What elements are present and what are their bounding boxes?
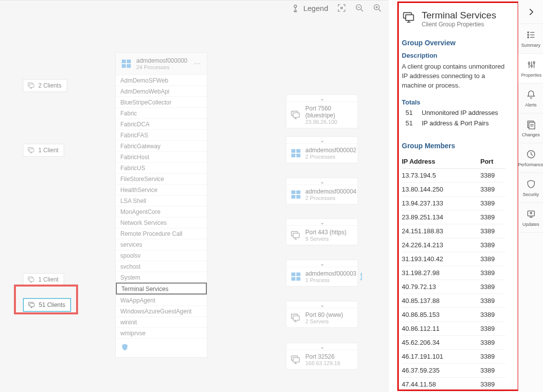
chevron-down-icon[interactable]: ⌄ [286,95,358,102]
process-row[interactable]: FabricHost [116,151,207,162]
table-row[interactable]: 24.151.188.833389 [402,224,505,238]
machine-node[interactable]: ⌄admdemosf0000022 Processes [286,136,358,163]
process-row[interactable]: FileStoreService [116,173,207,184]
process-row[interactable]: LSA Shell [116,195,207,206]
table-row[interactable]: 31.198.27.983389 [402,266,505,280]
svg-point-54 [527,36,529,38]
panel-title: Terminal Services [422,10,496,21]
updates-icon [526,209,536,220]
machine-menu-icon[interactable]: ⋯ [194,60,202,68]
svg-rect-42 [291,273,295,276]
table-row[interactable]: 24.226.14.2133389 [402,238,505,252]
machine-node[interactable]: ⌄admdemosf0000042 Processes [286,178,358,204]
fit-button[interactable] [337,3,346,12]
table-row[interactable]: 13.94.237.1333389 [402,196,505,210]
process-row[interactable]: AdmDemoWebApi [116,86,207,97]
table-row[interactable]: 13.73.194.53389 [402,168,505,182]
rail-tab-alerts[interactable]: Alerts [519,84,543,113]
totals-label: Totals [402,98,505,106]
table-row[interactable]: 46.17.191.1013389 [402,349,505,363]
svg-point-56 [531,65,532,66]
rail-tab-updates[interactable]: Updates [519,203,543,233]
process-row[interactable]: HealthService [116,184,207,195]
process-row[interactable]: wininit [116,316,207,327]
panel-subtitle: Client Group Properties [422,21,496,28]
table-row[interactable]: 40.85.137.883389 [402,294,505,307]
properties-icon [527,60,537,71]
svg-rect-29 [127,64,131,68]
rail-tab-changes[interactable]: Changes [519,113,543,143]
machine-header[interactable]: admdemosf000000 24 Processes ⋯ [116,53,207,75]
process-row[interactable]: spoolsv [116,250,207,261]
cell-port: 3389 [480,307,505,321]
cell-ip: 45.62.206.34 [402,335,480,349]
process-row[interactable]: services [116,239,207,250]
process-row[interactable]: Network Services [116,217,207,228]
map-canvas[interactable]: Legend 2 Clients1 Client1 Client51 Clien… [0,0,389,392]
table-row[interactable]: 40.86.85.1533389 [402,307,505,321]
zoom-out-icon [355,3,364,12]
chevron-down-icon[interactable]: ⌄ [286,219,358,226]
cell-port: 3389 [480,349,505,363]
process-row[interactable]: WindowsAzureGuestAgent [116,305,207,316]
table-row[interactable]: 46.37.59.2353389 [402,363,505,377]
cell-port: 3389 [480,168,505,182]
process-row[interactable]: svchost [116,261,207,272]
table-row[interactable]: 40.79.72.133389 [402,280,505,294]
chevron-down-icon[interactable]: ⌄ [286,137,358,144]
process-row[interactable]: wmiprvse [116,327,207,338]
client-pill[interactable]: 1 Client [23,144,64,157]
chevron-down-icon[interactable]: ⌄ [286,178,358,185]
table-row[interactable]: 40.86.112.113389 [402,321,505,335]
client-pill[interactable]: 2 Clients [23,79,67,92]
port-node[interactable]: ⌄Port 80 (www)2 Servers [286,301,358,328]
chevron-down-icon[interactable]: ⌄ [286,260,358,267]
table-row[interactable]: 45.62.206.343389 [402,335,505,349]
fit-icon [337,3,346,12]
port-node[interactable]: ⌄Port 443 (https)9 Servers [286,218,358,245]
chevron-down-icon[interactable]: ⌄ [286,301,358,308]
group-overview-heading: Group Overview [402,39,505,47]
process-row[interactable]: Remote Procedure Call [116,228,207,239]
zoom-out-button[interactable] [355,3,364,12]
process-row[interactable]: FabricDCA [116,118,207,129]
machine-card[interactable]: admdemosf000000 24 Processes ⋯ AdmDemoSF… [115,52,207,358]
info-icon[interactable]: i [361,273,362,281]
table-row[interactable]: 13.80.144.2503389 [402,182,505,196]
chevron-down-icon[interactable]: ⌄ [286,343,358,350]
process-row[interactable]: AdmDemoSFWeb [116,75,207,86]
node-sub: 23.96.26.100 [305,119,354,125]
process-row[interactable]: FabricGateway [116,140,207,151]
svg-rect-36 [291,191,295,194]
process-row[interactable]: FabricUS [116,162,207,173]
cell-port: 3389 [480,196,505,210]
rail-tab-security[interactable]: Security [519,173,543,203]
process-row[interactable]: BlueStripeCollector [116,97,207,107]
process-row[interactable]: WaAppAgent [116,294,207,305]
table-row[interactable]: 31.193.140.423389 [402,252,505,266]
cell-ip: 47.44.11.58 [402,377,480,391]
process-row[interactable]: MonAgentCore [116,206,207,217]
cell-ip: 40.86.112.11 [402,321,480,335]
machine-node[interactable]: ⌄admdemosf0000031 Processi [286,260,358,287]
cell-ip: 46.17.191.101 [402,349,480,363]
process-row[interactable]: System [116,272,207,283]
process-row[interactable]: Fabric [116,107,207,118]
cell-ip: 24.151.188.83 [402,224,480,238]
rail-tab-performance[interactable]: Performance [519,143,543,173]
zoom-in-button[interactable] [373,3,382,12]
table-row[interactable]: 23.89.251.1343389 [402,210,505,224]
rail-expand-button[interactable] [519,0,543,24]
port-node[interactable]: ⌄Port 32526168.63.129.16 [286,343,358,370]
rail-tab-summary[interactable]: Summary [519,24,543,54]
process-row[interactable]: FabricFAS [116,129,207,140]
svg-point-53 [527,34,529,35]
machine-sub: 24 Processes [136,64,187,70]
rail-tab-properties[interactable]: Properties [518,54,543,84]
cell-port: 3389 [480,363,505,377]
process-row[interactable]: Terminal Services [116,283,207,294]
port-node[interactable]: ⌄Port 7560 (bluestripe)23.96.26.100 [286,95,358,128]
svg-rect-59 [529,122,535,128]
legend-button[interactable]: Legend [290,3,328,13]
table-row[interactable]: 47.44.11.583389 [402,377,505,391]
